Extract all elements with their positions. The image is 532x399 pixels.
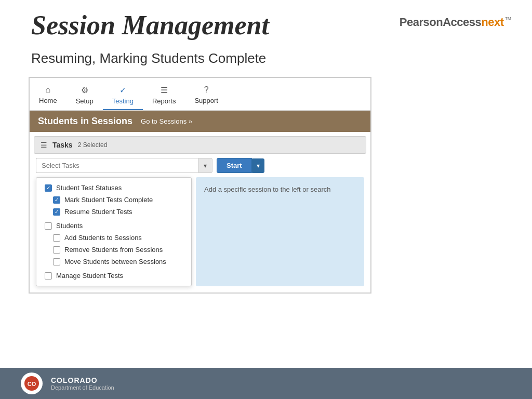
start-button[interactable]: Start bbox=[217, 158, 252, 173]
start-caret-button[interactable]: ▾ bbox=[252, 158, 264, 173]
subtitle: Resuming, Marking Students Complete bbox=[0, 45, 532, 77]
checkmark-icon: ✓ bbox=[119, 85, 126, 95]
dropdown-group-students[interactable]: Students bbox=[36, 220, 191, 232]
go-to-sessions-link[interactable]: Go to Sessions » bbox=[141, 117, 192, 125]
checkbox-remove-students bbox=[53, 246, 60, 254]
right-panel-placeholder: Add a specific session to the left or se… bbox=[204, 185, 331, 193]
home-icon: ⌂ bbox=[46, 85, 51, 95]
brand-logo: PearsonAccessnext™ bbox=[400, 16, 511, 29]
checkbox-resume: ✓ bbox=[53, 208, 60, 216]
colorado-logo-svg: CO bbox=[23, 375, 40, 392]
dropdown-group-manage-tests[interactable]: Manage Student Tests bbox=[36, 270, 191, 282]
footer-text: COLORADO Department of Education bbox=[51, 376, 114, 391]
nav-home-label: Home bbox=[39, 97, 57, 104]
checkbox-move-students bbox=[53, 258, 60, 265]
select-tasks-caret-button[interactable]: ▾ bbox=[198, 158, 212, 173]
footer-state: COLORADO bbox=[51, 376, 114, 384]
screenshot-box: ⌂ Home ⚙ Setup ✓ Testing ☰ Reports ? Sup… bbox=[29, 77, 371, 294]
dropdown-group-student-test-statuses[interactable]: ✓ Student Test Statuses bbox=[36, 182, 191, 194]
nav-support[interactable]: ? Support bbox=[185, 82, 228, 110]
nav-reports-label: Reports bbox=[152, 97, 176, 105]
checkbox-student-test-statuses: ✓ bbox=[45, 184, 52, 192]
tasks-bar: ☰ Tasks 2 Selected bbox=[34, 136, 366, 154]
dropdown-group-label-2: Students bbox=[56, 222, 83, 230]
tasks-selected-badge: 2 Selected bbox=[78, 141, 108, 149]
dropdown-item-remove-students[interactable]: Remove Students from Sessions bbox=[36, 244, 191, 256]
page-header: Session Management PearsonAccessnext™ bbox=[0, 0, 532, 45]
nav-setup[interactable]: ⚙ Setup bbox=[66, 82, 103, 110]
nav-reports[interactable]: ☰ Reports bbox=[143, 82, 185, 110]
right-panel: Add a specific session to the left or se… bbox=[196, 177, 364, 286]
checkbox-students-group bbox=[45, 222, 52, 230]
section-title: Students in Sessions bbox=[38, 116, 132, 127]
dropdown-item-label-resume: Resume Student Tests bbox=[64, 208, 132, 216]
content-row: ✓ Student Test Statuses ✓ Mark Student T… bbox=[36, 177, 364, 286]
dropdown-group-label-1: Student Test Statuses bbox=[56, 184, 122, 192]
footer-dept: Department of Education bbox=[51, 384, 114, 391]
tasks-label: Tasks bbox=[52, 141, 73, 149]
nav-testing-label: Testing bbox=[112, 97, 134, 105]
start-btn-group: Start ▾ bbox=[217, 158, 264, 173]
nav-bar: ⌂ Home ⚙ Setup ✓ Testing ☰ Reports ? Sup… bbox=[30, 78, 370, 111]
nav-testing[interactable]: ✓ Testing bbox=[103, 82, 143, 110]
gear-icon: ⚙ bbox=[81, 85, 88, 95]
dropdown-item-label-add: Add Students to Sessions bbox=[64, 234, 142, 242]
dropdown-group-label-3: Manage Student Tests bbox=[56, 272, 123, 280]
dropdown-item-add-students[interactable]: Add Students to Sessions bbox=[36, 232, 191, 244]
dropdown-item-label-mark-complete: Mark Student Tests Complete bbox=[64, 196, 153, 204]
dropdown-item-mark-complete[interactable]: ✓ Mark Student Tests Complete bbox=[36, 194, 191, 206]
nav-setup-label: Setup bbox=[76, 97, 94, 105]
footer-logo: CO bbox=[21, 373, 43, 394]
page-footer: CO COLORADO Department of Education bbox=[0, 368, 532, 399]
brand-tm-text: ™ bbox=[505, 16, 512, 23]
section-header: Students in Sessions Go to Sessions » bbox=[30, 111, 370, 132]
select-tasks-container: ▾ bbox=[36, 158, 212, 173]
svg-text:CO: CO bbox=[28, 381, 36, 387]
list-icon: ☰ bbox=[161, 85, 168, 95]
checkbox-add-students bbox=[53, 234, 60, 242]
dropdown-menu: ✓ Student Test Statuses ✓ Mark Student T… bbox=[36, 177, 192, 286]
dropdown-item-resume[interactable]: ✓ Resume Student Tests bbox=[36, 206, 191, 218]
dropdown-item-label-move: Move Students between Sessions bbox=[64, 258, 166, 265]
screenshot-wrapper: ⌂ Home ⚙ Setup ✓ Testing ☰ Reports ? Sup… bbox=[0, 77, 532, 294]
page-title: Session Management bbox=[31, 10, 269, 40]
brand-pearson-text: PearsonAccessnext™ bbox=[400, 16, 511, 29]
dropdown-item-move-students[interactable]: Move Students between Sessions bbox=[36, 256, 191, 268]
dropdown-item-label-remove: Remove Students from Sessions bbox=[64, 246, 163, 254]
question-icon: ? bbox=[204, 85, 209, 95]
checkbox-mark-complete: ✓ bbox=[53, 196, 60, 204]
nav-support-label: Support bbox=[194, 97, 218, 104]
select-tasks-row: ▾ Start ▾ bbox=[30, 158, 370, 177]
tasks-icon: ☰ bbox=[41, 141, 47, 149]
checkbox-manage-tests bbox=[45, 272, 52, 280]
select-tasks-input[interactable] bbox=[36, 158, 198, 173]
nav-home[interactable]: ⌂ Home bbox=[30, 82, 66, 110]
brand-access-text: next bbox=[481, 16, 503, 29]
